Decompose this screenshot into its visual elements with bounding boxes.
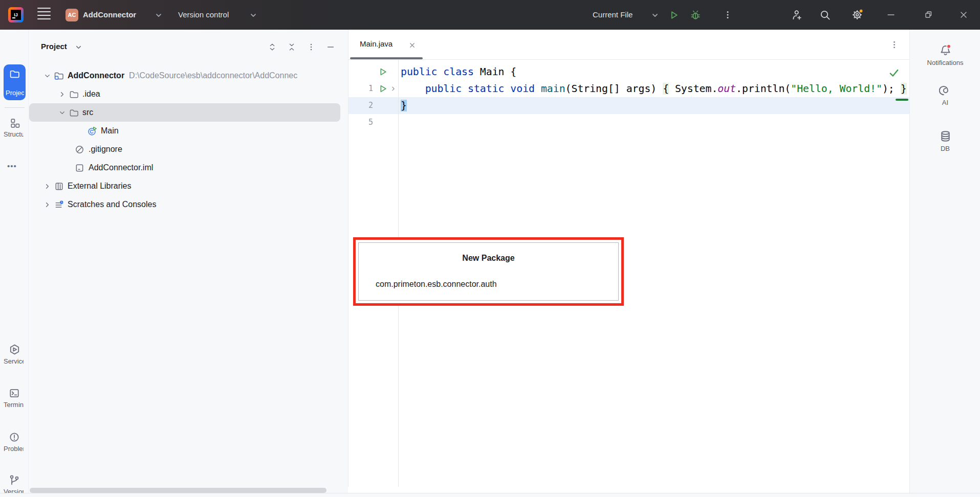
tool-notifications-label: Notifications: [910, 59, 980, 66]
tree-label: AddConnector: [68, 71, 124, 80]
search-everywhere-button[interactable]: [819, 9, 831, 21]
notification-dot: [947, 44, 951, 49]
tree-row-addconnector[interactable]: AddConnector D:\CodeSource\esb\addconnec…: [30, 66, 348, 85]
project-panel-hscrollbar[interactable]: [30, 488, 326, 493]
project-panel-title[interactable]: Project: [41, 42, 67, 51]
code-token: (String[] args): [565, 83, 663, 95]
app-logo-icon: IJ: [8, 7, 24, 22]
new-package-popup[interactable]: New Package com.primeton.esb.connector.a…: [358, 242, 619, 301]
module-file-icon: [75, 163, 84, 173]
vcs-widget[interactable]: Version control: [178, 10, 229, 19]
folder-icon: [69, 89, 79, 99]
tool-database[interactable]: DB: [910, 130, 980, 152]
popup-title: New Package: [359, 254, 618, 263]
tool-services-label: Services: [0, 357, 24, 365]
terminal-icon: [9, 388, 20, 399]
project-avatar[interactable]: AC: [66, 9, 78, 21]
inspections-ok-icon[interactable]: [888, 67, 900, 79]
tree-row-gitignore[interactable]: .gitignore: [30, 140, 348, 159]
tool-ai-label: AI: [910, 99, 980, 106]
panel-options-button[interactable]: [307, 42, 316, 52]
problems-icon: [9, 432, 20, 443]
code-token: public class: [401, 66, 480, 78]
tree-label: src: [82, 108, 93, 117]
tree-label: Main: [101, 126, 119, 135]
package-name-value[interactable]: com.primeton.esb.connector.auth: [376, 280, 497, 289]
code-token: "Hello, World!": [791, 83, 882, 95]
hide-panel-button[interactable]: [326, 42, 335, 52]
tab-close-icon[interactable]: [409, 42, 416, 49]
tree-label: External Libraries: [68, 182, 132, 191]
expand-all-button[interactable]: [268, 42, 277, 52]
main-menu-button[interactable]: [37, 8, 51, 22]
tool-problems[interactable]: Problems: [0, 432, 29, 453]
tool-terminal[interactable]: Terminal: [0, 388, 29, 409]
tree-row-main[interactable]: Main: [30, 122, 348, 140]
title-bar: IJ AC AddConnector Version control Curre…: [0, 0, 980, 30]
collapse-all-button[interactable]: [287, 42, 296, 52]
run-class-gutter-icon[interactable]: [379, 67, 387, 76]
tree-row-idea[interactable]: .idea: [30, 85, 348, 103]
line-number: 5: [349, 114, 373, 131]
chevron-down-icon[interactable]: [58, 109, 66, 117]
folded-region-end[interactable]: }: [901, 83, 907, 95]
restore-button[interactable]: [924, 10, 933, 19]
more-actions-button[interactable]: [723, 10, 733, 20]
editor-tab-bar: Main.java: [348, 30, 909, 60]
project-panel-chevron-icon[interactable]: [75, 43, 82, 51]
tab-main-java[interactable]: Main.java: [360, 39, 393, 49]
run-config-chevron-icon[interactable]: [651, 11, 659, 19]
chevron-down-icon[interactable]: [43, 72, 51, 80]
chevron-right-icon[interactable]: [43, 183, 51, 190]
more-tool-windows-button[interactable]: •••: [7, 162, 17, 170]
left-tool-stripe: Project Structure ••• Services Terminal …: [0, 30, 29, 493]
tree-label: AddConnector.iml: [89, 163, 153, 172]
editor-options-button[interactable]: [889, 40, 899, 50]
database-icon: [939, 130, 952, 143]
code-token: public static void: [401, 83, 541, 95]
folded-region-start[interactable]: {: [663, 83, 669, 95]
run-button[interactable]: [668, 10, 679, 20]
code-with-me-button[interactable]: [790, 9, 802, 21]
tree-row-src[interactable]: src: [30, 103, 348, 122]
tool-structure[interactable]: Structure: [0, 118, 29, 138]
status-bar: [0, 493, 980, 497]
tool-project[interactable]: Project: [4, 64, 26, 100]
tool-services[interactable]: Services: [0, 344, 29, 365]
app-logo-monogram: IJ: [11, 10, 21, 20]
stripe-divider: [5, 107, 25, 108]
tool-notifications[interactable]: Notifications: [910, 44, 980, 66]
project-switcher-chevron-icon[interactable]: [155, 11, 163, 19]
code-token: System.: [669, 83, 717, 95]
tree-label: .gitignore: [89, 145, 122, 154]
tree-row-external-libraries[interactable]: External Libraries: [30, 177, 348, 195]
tree-row-scratches[interactable]: Scratches and Consoles: [30, 195, 348, 214]
settings-button[interactable]: [851, 9, 863, 21]
analysis-marker: [896, 99, 908, 101]
run-main-gutter-icon[interactable]: [379, 84, 387, 93]
close-button[interactable]: [960, 11, 968, 19]
tool-ai-assistant[interactable]: AI: [910, 84, 980, 106]
vcs-widget-chevron-icon[interactable]: [249, 11, 257, 19]
minimize-button[interactable]: [887, 11, 895, 19]
code-line-2[interactable]: 2 public static void main(String[] args)…: [349, 80, 909, 97]
library-icon: [54, 182, 64, 191]
project-switcher[interactable]: AddConnector: [83, 10, 136, 19]
chevron-right-icon[interactable]: [43, 201, 51, 209]
tree-row-iml[interactable]: AddConnector.iml: [30, 159, 348, 177]
code-line-1[interactable]: 1 public class Main {: [349, 63, 909, 80]
run-configuration-selector[interactable]: Current File: [593, 10, 633, 19]
debug-button[interactable]: [690, 9, 701, 20]
project-folder-icon: [9, 69, 20, 79]
folder-icon: [69, 108, 79, 118]
code-line-5[interactable]: 5 }: [349, 97, 909, 114]
java-class-runnable-icon: [88, 126, 97, 136]
ai-assistant-icon: [939, 84, 952, 97]
tree-root-path: D:\CodeSource\esb\addconnector\AddConnec: [129, 71, 297, 80]
fold-region-icon[interactable]: [390, 85, 397, 92]
services-icon: [9, 344, 20, 355]
tool-db-label: DB: [910, 145, 980, 152]
chevron-right-icon[interactable]: [58, 91, 66, 98]
code-token: .println(: [736, 83, 791, 95]
tree-label: .idea: [82, 89, 100, 99]
